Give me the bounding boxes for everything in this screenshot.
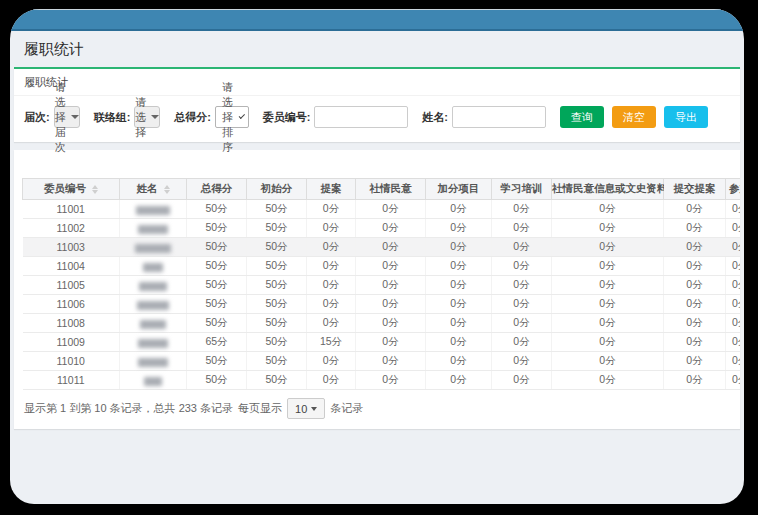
score-cell: 50分 <box>187 257 247 276</box>
table-row-11004[interactable]: 1100450分50分0分0分0分0分0分0分0分 <box>23 257 741 276</box>
action-buttons: 查询 清空 导出 <box>560 106 730 128</box>
pagination-bar: 显示第 1 到第 10 条记录，总共 233 条记录 每页显示 10 条记录 <box>22 390 740 421</box>
liaison-group-dropdown[interactable]: 请选择 <box>134 106 160 128</box>
search-button[interactable]: 查询 <box>560 106 604 128</box>
table-row-11008[interactable]: 1100850分50分0分0分0分0分0分0分0分 <box>23 314 741 333</box>
name-cell <box>120 200 187 219</box>
score-cell: 50分 <box>187 352 247 371</box>
redacted-name <box>138 339 168 348</box>
column-header-label: 姓名 <box>137 182 158 194</box>
redacted-name <box>139 282 167 291</box>
score-cell: 0分 <box>726 257 741 276</box>
score-cell: 0分 <box>726 200 741 219</box>
score-cell: 0分 <box>307 276 356 295</box>
table-row-11009[interactable]: 1100965分50分15分0分0分0分0分0分0分 <box>23 333 741 352</box>
score-cell: 65分 <box>187 333 247 352</box>
column-header-label: 提案 <box>321 182 342 194</box>
member-id-cell: 11008 <box>23 314 120 333</box>
score-cell: 50分 <box>247 295 307 314</box>
name-cell <box>120 219 187 238</box>
score-cell: 0分 <box>552 371 664 390</box>
column-header-2[interactable]: 姓名 <box>120 179 187 200</box>
session-dropdown[interactable]: 请选择届次 <box>54 106 80 128</box>
clear-button[interactable]: 清空 <box>612 106 656 128</box>
score-cell: 0分 <box>664 371 726 390</box>
page-size-label: 每页显示 <box>238 401 282 416</box>
export-button[interactable]: 导出 <box>664 106 708 128</box>
table-row-11011[interactable]: 1101150分50分0分0分0分0分0分0分0分 <box>23 371 741 390</box>
score-cell: 0分 <box>492 371 552 390</box>
column-header-10: 提交提案 <box>664 179 726 200</box>
score-cell: 0分 <box>492 200 552 219</box>
score-cell: 0分 <box>307 295 356 314</box>
score-cell: 0分 <box>726 276 741 295</box>
table-row-11001[interactable]: 1100150分50分0分0分0分0分0分0分0分 <box>23 200 741 219</box>
name-input[interactable] <box>452 106 546 128</box>
score-cell: 0分 <box>552 333 664 352</box>
score-cell: 0分 <box>426 219 492 238</box>
liaison-group-dropdown-value: 请选择 <box>135 95 146 140</box>
score-cell: 0分 <box>426 333 492 352</box>
table-row-11003[interactable]: 1100350分50分0分0分0分0分0分0分0分 <box>23 238 741 257</box>
score-cell: 0分 <box>356 276 426 295</box>
page-size-suffix: 条记录 <box>330 401 363 416</box>
session-label: 届次: <box>24 110 50 125</box>
score-cell: 0分 <box>356 333 426 352</box>
score-cell: 50分 <box>187 200 247 219</box>
score-cell: 0分 <box>307 238 356 257</box>
column-header-9: 社情民意信息或文史资料 <box>552 179 664 200</box>
score-cell: 50分 <box>247 371 307 390</box>
score-cell: 0分 <box>552 295 664 314</box>
table-row-11006[interactable]: 1100650分50分0分0分0分0分0分0分0分 <box>23 295 741 314</box>
redacted-name <box>138 358 168 367</box>
name-cell <box>120 371 187 390</box>
score-cell: 0分 <box>356 238 426 257</box>
redacted-name <box>137 301 169 310</box>
member-id-label: 委员编号: <box>263 110 311 125</box>
table-row-11010[interactable]: 1101050分50分0分0分0分0分0分0分0分 <box>23 352 741 371</box>
score-cell: 0分 <box>492 238 552 257</box>
score-cell: 0分 <box>307 352 356 371</box>
column-header-label: 加分项目 <box>438 182 480 194</box>
total-score-label: 总得分: <box>174 110 211 125</box>
sort-icon[interactable] <box>164 185 170 194</box>
score-cell: 0分 <box>492 219 552 238</box>
score-sort-select[interactable]: 请选择排序 <box>215 106 249 128</box>
member-id-cell: 11005 <box>23 276 120 295</box>
sort-icon[interactable] <box>92 185 98 194</box>
table-row-11002[interactable]: 1100250分50分0分0分0分0分0分0分0分 <box>23 219 741 238</box>
page-size-value: 10 <box>295 403 307 415</box>
score-cell: 0分 <box>726 219 741 238</box>
name-cell <box>120 352 187 371</box>
member-id-cell: 11002 <box>23 219 120 238</box>
panel-heading: 履职统计 <box>14 69 740 96</box>
table-scroll-area[interactable]: 委员编号姓名总得分初始分提案社情民意加分项目学习培训社情民意信息或文史资料提交提… <box>22 178 740 390</box>
score-cell: 50分 <box>247 238 307 257</box>
column-header-6: 社情民意 <box>356 179 426 200</box>
page-title: 履职统计 <box>14 31 740 67</box>
score-cell: 0分 <box>307 257 356 276</box>
score-cell: 0分 <box>356 352 426 371</box>
chevron-down-icon <box>239 113 245 119</box>
page-size-dropdown[interactable]: 10 <box>287 398 325 419</box>
score-cell: 0分 <box>552 238 664 257</box>
score-cell: 50分 <box>247 333 307 352</box>
screen-background: 履职统计 履职统计 届次: 请选择届次 联络组: 请选择 总得分: <box>0 0 758 515</box>
column-header-1[interactable]: 委员编号 <box>23 179 120 200</box>
filter-panel: 履职统计 届次: 请选择届次 联络组: 请选择 总得分: 请选择排序 <box>14 67 740 142</box>
score-cell: 0分 <box>664 257 726 276</box>
score-cell: 50分 <box>247 276 307 295</box>
member-id-cell: 11011 <box>23 371 120 390</box>
liaison-group-label: 联络组: <box>94 110 131 125</box>
table-row-11005[interactable]: 1100550分50分0分0分0分0分0分0分0分 <box>23 276 741 295</box>
redacted-name <box>135 244 171 253</box>
app-window: 履职统计 履职统计 届次: 请选择届次 联络组: 请选择 总得分: <box>10 9 744 504</box>
score-cell: 0分 <box>726 333 741 352</box>
score-cell: 50分 <box>247 352 307 371</box>
score-cell: 0分 <box>664 333 726 352</box>
score-cell: 0分 <box>492 314 552 333</box>
score-cell: 0分 <box>726 314 741 333</box>
score-cell: 50分 <box>247 219 307 238</box>
member-id-input[interactable] <box>314 106 408 128</box>
score-cell: 0分 <box>492 333 552 352</box>
